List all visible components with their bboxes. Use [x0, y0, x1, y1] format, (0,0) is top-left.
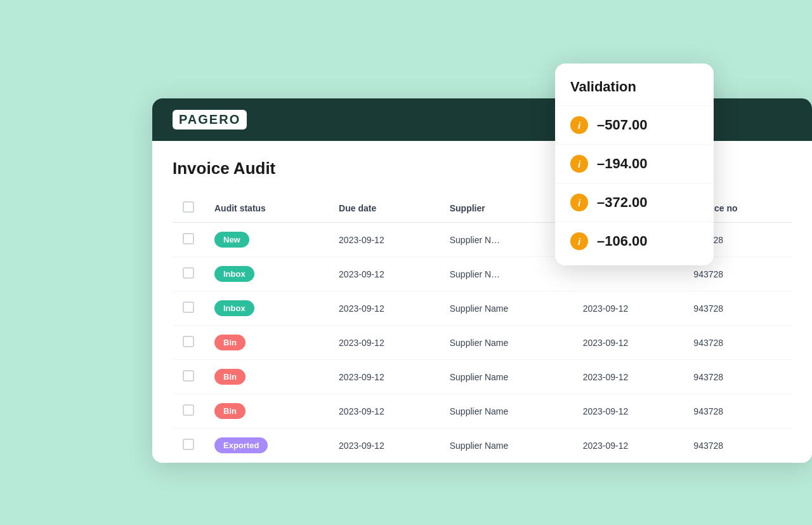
validation-title: Validation [555, 79, 714, 106]
due-date-1: 2023-09-12 [329, 257, 440, 291]
invoice-no-3: 943728 [683, 326, 792, 360]
row-checkbox-5[interactable] [183, 404, 194, 416]
validation-item-1: i –194.00 [555, 145, 714, 183]
invoice-no-2: 943728 [683, 291, 792, 326]
supplier-0: Supplier N… [440, 223, 573, 257]
row-checkbox-3[interactable] [183, 336, 194, 347]
due-date-2: 2023-09-12 [329, 291, 440, 326]
invoice-no-4: 943728 [683, 360, 792, 394]
row-checkbox-0[interactable] [183, 233, 194, 244]
row-checkbox-2[interactable] [183, 302, 194, 313]
info-icon-3: i [570, 232, 588, 250]
due-date-5: 2023-09-12 [329, 394, 440, 429]
status-badge-0: New [214, 232, 249, 248]
col-audit-status: Audit status [204, 194, 329, 223]
due-date-4: 2023-09-12 [329, 360, 440, 394]
validation-item-3: i –106.00 [555, 222, 714, 260]
col-due-date: Due date [329, 194, 440, 223]
row-checkbox-6[interactable] [183, 439, 194, 450]
supplier-3: Supplier Name [440, 326, 573, 360]
status-badge-1: Inbox [214, 266, 254, 282]
info-icon-2: i [570, 194, 588, 211]
table-row: Bin 2023-09-12 Supplier Name 2023-09-12 … [173, 326, 792, 360]
due-date-3: 2023-09-12 [329, 326, 440, 360]
logo: PAGERO [173, 110, 247, 130]
row-checkbox-1[interactable] [183, 267, 194, 279]
validation-value-1: –194.00 [597, 156, 648, 172]
extra-3: 2023-09-12 [573, 326, 684, 360]
table-row: Bin 2023-09-12 Supplier Name 2023-09-12 … [173, 360, 792, 394]
validation-item-2: i –372.00 [555, 183, 714, 222]
extra-2: 2023-09-12 [573, 291, 684, 326]
extra-4: 2023-09-12 [573, 360, 684, 394]
col-supplier: Supplier [440, 194, 573, 223]
extra-6: 2023-09-12 [573, 429, 684, 463]
table-row: Inbox 2023-09-12 Supplier Name 2023-09-1… [173, 291, 792, 326]
invoice-no-6: 943728 [683, 429, 792, 463]
validation-popup: Validation i –507.00 i –194.00 i –372.00… [555, 63, 714, 265]
status-badge-2: Inbox [214, 300, 254, 316]
supplier-4: Supplier Name [440, 360, 573, 394]
validation-value-3: –106.00 [597, 233, 648, 249]
supplier-5: Supplier Name [440, 394, 573, 429]
validation-items-container: i –507.00 i –194.00 i –372.00 i –106.00 [555, 106, 714, 260]
due-date-0: 2023-09-12 [329, 223, 440, 257]
select-all-checkbox[interactable] [183, 201, 194, 213]
status-badge-5: Bin [214, 403, 246, 419]
validation-value-2: –372.00 [597, 194, 648, 211]
status-badge-3: Bin [214, 335, 246, 350]
supplier-2: Supplier Name [440, 291, 573, 326]
supplier-1: Supplier N… [440, 257, 573, 291]
table-row: Bin 2023-09-12 Supplier Name 2023-09-12 … [173, 394, 792, 429]
invoice-no-5: 943728 [683, 394, 792, 429]
supplier-6: Supplier Name [440, 429, 573, 463]
info-icon-0: i [570, 116, 588, 134]
due-date-6: 2023-09-12 [329, 429, 440, 463]
table-row: Exported 2023-09-12 Supplier Name 2023-0… [173, 429, 792, 463]
validation-value-0: –507.00 [597, 117, 648, 133]
validation-item-0: i –507.00 [555, 106, 714, 145]
extra-5: 2023-09-12 [573, 394, 684, 429]
info-icon-1: i [570, 155, 588, 173]
row-checkbox-4[interactable] [183, 370, 194, 382]
status-badge-4: Bin [214, 369, 246, 385]
status-badge-6: Exported [214, 437, 268, 453]
